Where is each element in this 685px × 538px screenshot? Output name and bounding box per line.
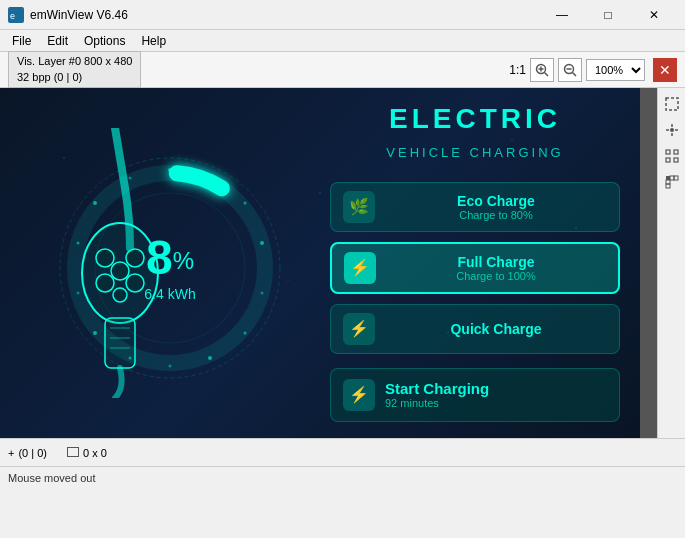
start-text: Start Charging 92 minutes: [385, 380, 489, 409]
svg-rect-42: [666, 158, 670, 162]
statusbar: + (0 | 0) 0 x 0: [0, 438, 685, 466]
svg-point-30: [208, 356, 212, 360]
full-sub: Charge to 100%: [386, 270, 606, 282]
zoom-in-button[interactable]: [530, 58, 554, 82]
start-sub: 92 minutes: [385, 397, 489, 409]
svg-rect-38: [666, 98, 678, 110]
svg-point-25: [209, 177, 212, 180]
titlebar: e emWinView V6.46 — □ ✕: [0, 0, 685, 30]
svg-point-34: [77, 292, 80, 295]
svg-point-27: [260, 241, 264, 245]
size-icon: [67, 447, 79, 459]
svg-rect-40: [666, 150, 670, 154]
svg-point-31: [169, 365, 172, 368]
window-controls: — □ ✕: [539, 0, 677, 30]
ev-left-panel: 8% 6.4 kWh: [0, 88, 320, 438]
quick-charge-button[interactable]: ⚡ Quick Charge: [330, 304, 620, 354]
svg-rect-43: [674, 158, 678, 162]
layer-info: Vis. Layer #0 800 x 480 32 bpp (0 | 0): [8, 51, 141, 88]
eco-sub: Charge to 80%: [385, 209, 607, 221]
svg-point-35: [77, 242, 80, 245]
svg-rect-44: [666, 176, 670, 180]
gauge-kwh-value: 6.4 kWh: [144, 286, 195, 302]
coord-icon: +: [8, 447, 14, 459]
close-button[interactable]: ✕: [631, 0, 677, 30]
gauge-percent-display: 8%: [144, 234, 195, 282]
toolbar: Vis. Layer #0 800 x 480 32 bpp (0 | 0) 1…: [0, 52, 685, 88]
svg-rect-46: [674, 176, 678, 180]
menu-edit[interactable]: Edit: [39, 32, 76, 50]
quick-icon: ⚡: [343, 313, 375, 345]
gauge-percent-sign: %: [173, 247, 194, 274]
quick-text: Quick Charge: [385, 321, 607, 337]
coord-value: (0 | 0): [18, 447, 47, 459]
start-icon: ⚡: [343, 379, 375, 411]
svg-point-39: [670, 128, 674, 132]
svg-point-28: [261, 292, 264, 295]
full-text: Full Charge Charge to 100%: [386, 254, 606, 282]
svg-line-7: [573, 72, 577, 76]
layer-info-line2: 32 bpp (0 | 0): [17, 70, 132, 85]
start-label: Start Charging: [385, 380, 489, 397]
window-title: emWinView V6.46: [30, 8, 539, 22]
ev-subtitle: VEHICLE CHARGING: [330, 145, 620, 160]
app-icon: e: [8, 7, 24, 23]
pan-tool-button[interactable]: [660, 118, 684, 142]
eco-label: Eco Charge: [385, 193, 607, 209]
gauge-percent-value: 8: [146, 231, 173, 284]
size-value: 0 x 0: [83, 447, 107, 459]
eco-charge-button[interactable]: 🌿 Eco Charge Charge to 80%: [330, 182, 620, 232]
full-icon: ⚡: [344, 252, 376, 284]
main-area: 8% 6.4 kWh ELECTRIC VEHICLE CHARGING 🌿 E…: [0, 88, 685, 438]
zoom-select[interactable]: 50% 75% 100% 150% 200%: [586, 59, 645, 81]
menu-help[interactable]: Help: [133, 32, 174, 50]
zoom-out-button[interactable]: [558, 58, 582, 82]
menubar: File Edit Options Help: [0, 30, 685, 52]
gauge-container: 8% 6.4 kWh: [50, 148, 290, 388]
full-label: Full Charge: [386, 254, 606, 270]
svg-point-26: [244, 202, 247, 205]
eco-icon: 🌿: [343, 191, 375, 223]
quick-label: Quick Charge: [385, 321, 607, 337]
size-display: 0 x 0: [67, 447, 107, 459]
menu-options[interactable]: Options: [76, 32, 133, 50]
svg-point-37: [129, 177, 132, 180]
ev-charging-ui: 8% 6.4 kWh ELECTRIC VEHICLE CHARGING 🌿 E…: [0, 88, 640, 438]
svg-point-24: [168, 168, 172, 172]
canvas-area: 8% 6.4 kWh ELECTRIC VEHICLE CHARGING 🌿 E…: [0, 88, 657, 438]
ev-title: ELECTRIC: [330, 105, 620, 133]
zoom-ratio-label: 1:1: [509, 63, 526, 77]
gauge-center: 8% 6.4 kWh: [144, 234, 195, 302]
zoom-controls: 1:1 50% 75% 100% 150% 200% ✕: [509, 58, 677, 82]
pixel-tool-button[interactable]: [660, 170, 684, 194]
zoom-close-button[interactable]: ✕: [653, 58, 677, 82]
selection-tool-button[interactable]: [660, 92, 684, 116]
svg-point-29: [244, 332, 247, 335]
full-charge-button[interactable]: ⚡ Full Charge Charge to 100%: [330, 242, 620, 294]
bottom-status: Mouse moved out: [0, 466, 685, 488]
svg-rect-49: [67, 447, 78, 456]
layer-info-line1: Vis. Layer #0 800 x 480: [17, 54, 132, 69]
svg-rect-45: [670, 176, 674, 180]
svg-line-3: [545, 72, 549, 76]
status-text: Mouse moved out: [8, 472, 95, 484]
eco-text: Eco Charge Charge to 80%: [385, 193, 607, 221]
menu-file[interactable]: File: [4, 32, 39, 50]
svg-text:e: e: [10, 11, 15, 21]
right-sidebar: [657, 88, 685, 438]
maximize-button[interactable]: □: [585, 0, 631, 30]
svg-rect-41: [674, 150, 678, 154]
coord-display: + (0 | 0): [8, 447, 47, 459]
svg-point-36: [93, 201, 97, 205]
svg-point-33: [93, 331, 97, 335]
svg-point-32: [129, 357, 132, 360]
ev-right-panel: ELECTRIC VEHICLE CHARGING 🌿 Eco Charge C…: [320, 88, 640, 438]
minimize-button[interactable]: —: [539, 0, 585, 30]
start-charging-button[interactable]: ⚡ Start Charging 92 minutes: [330, 368, 620, 422]
svg-rect-48: [666, 184, 670, 188]
grid-tool-button[interactable]: [660, 144, 684, 168]
svg-rect-47: [666, 180, 670, 184]
